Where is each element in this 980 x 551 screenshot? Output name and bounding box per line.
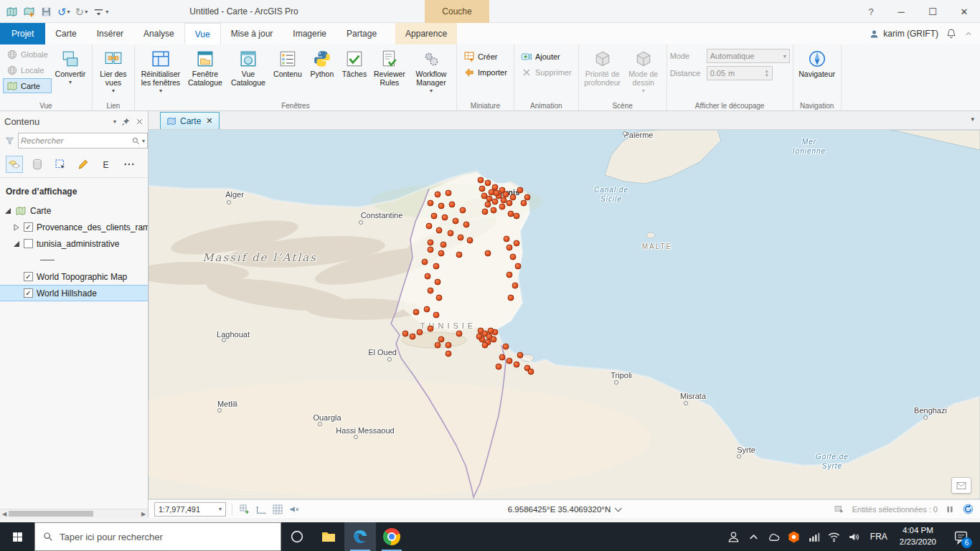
language-indicator[interactable]: FRA <box>867 532 890 542</box>
layer-checkbox[interactable] <box>24 239 33 248</box>
client-point[interactable] <box>413 309 419 315</box>
client-point[interactable] <box>438 250 444 256</box>
collapse-icon[interactable] <box>13 240 20 248</box>
client-point[interactable] <box>503 192 509 197</box>
client-point[interactable] <box>438 203 444 209</box>
client-point[interactable] <box>453 218 458 224</box>
client-point[interactable] <box>507 272 512 278</box>
client-point[interactable] <box>499 204 505 209</box>
ribbon-button-contenu[interactable]: Contenu <box>270 47 306 100</box>
clip-distance-input[interactable]: 0.05m▲▼ <box>707 66 773 80</box>
grid-icon[interactable] <box>272 504 283 515</box>
tab-list-chevron-icon[interactable]: ▾ <box>971 116 974 123</box>
notifications-bell-icon[interactable] <box>946 28 957 39</box>
client-point[interactable] <box>479 186 485 192</box>
layer-row-tunisia-administrative[interactable]: tunisia_administrative <box>0 235 148 252</box>
pause-drawing-icon[interactable] <box>945 504 955 514</box>
client-point[interactable] <box>426 223 432 229</box>
client-point[interactable] <box>458 235 463 240</box>
client-point[interactable] <box>433 263 439 269</box>
wifi-icon[interactable] <box>827 530 841 544</box>
client-point[interactable] <box>507 200 512 206</box>
ribbon-button-python[interactable]: Python <box>306 47 339 100</box>
chrome-button[interactable] <box>376 522 407 551</box>
client-point[interactable] <box>435 279 440 285</box>
client-point[interactable] <box>488 328 494 334</box>
ribbon-button-t-ches[interactable]: Tâches <box>339 47 370 100</box>
client-point[interactable] <box>486 196 492 202</box>
client-point[interactable] <box>482 342 488 348</box>
layer-row-carte[interactable]: Carte <box>0 202 148 219</box>
maximize-button[interactable]: ☐ <box>917 0 948 23</box>
tab-carte[interactable]: Carte ✕ <box>160 112 220 129</box>
user-menu[interactable]: karim (GRIFT) <box>869 29 938 39</box>
ribbon-tab-analyse[interactable]: Analyse <box>133 23 184 44</box>
client-point[interactable] <box>424 306 430 312</box>
client-point[interactable] <box>510 254 516 260</box>
client-point[interactable] <box>456 331 462 336</box>
client-point[interactable] <box>514 213 519 219</box>
ribbon-button-ajouter[interactable]: Ajouter <box>517 49 575 64</box>
client-point[interactable] <box>425 273 430 279</box>
clock[interactable]: 4:04 PM 2/23/2020 <box>897 525 939 547</box>
client-point[interactable] <box>491 336 496 342</box>
client-point[interactable] <box>494 190 499 196</box>
cortana-button[interactable] <box>281 522 313 551</box>
client-point[interactable] <box>524 194 530 200</box>
layer-row-provenance-des-clients-rama[interactable]: ✓Provenance_des_clients_rama <box>0 219 148 235</box>
client-point[interactable] <box>508 211 514 217</box>
ribbon-tab-projet[interactable]: Projet <box>0 23 45 44</box>
client-point[interactable] <box>463 222 469 227</box>
scale-combobox[interactable]: 1:7,977,491 ▾ <box>154 502 226 517</box>
client-point[interactable] <box>438 336 444 342</box>
add-map-button[interactable] <box>22 3 37 20</box>
pin-icon[interactable] <box>121 117 131 126</box>
client-point[interactable] <box>446 342 451 348</box>
toc-more-tab[interactable] <box>121 156 138 173</box>
taskbar-search-input[interactable] <box>60 532 273 542</box>
client-point[interactable] <box>435 192 440 197</box>
client-point[interactable] <box>507 245 512 250</box>
customize-qat-button[interactable]: ▾ <box>91 3 110 20</box>
client-point[interactable] <box>491 207 496 213</box>
client-point[interactable] <box>428 240 433 245</box>
client-point[interactable] <box>517 187 523 193</box>
refresh-map-icon[interactable] <box>962 503 974 515</box>
close-button[interactable]: ✕ <box>948 0 980 23</box>
client-point[interactable] <box>417 329 423 335</box>
ribbon-tab-ins-rer[interactable]: Insérer <box>87 23 133 44</box>
feedback-button[interactable] <box>951 477 971 494</box>
ribbon-button-importer[interactable]: Importer <box>460 65 511 80</box>
ribbon-tab-apparence[interactable]: Apparence <box>395 23 457 44</box>
new-map-button[interactable] <box>4 3 19 20</box>
client-point[interactable] <box>428 247 433 253</box>
cloud-icon[interactable] <box>767 530 781 544</box>
layer-checkbox[interactable]: ✓ <box>24 288 33 298</box>
client-point[interactable] <box>467 237 473 243</box>
client-point[interactable] <box>503 344 509 349</box>
contents-search-input[interactable] <box>21 136 131 145</box>
client-point[interactable] <box>428 288 433 293</box>
client-point[interactable] <box>436 227 442 233</box>
client-point[interactable] <box>433 312 439 318</box>
ribbon-tab-partage[interactable]: Partage <box>336 23 387 44</box>
client-point[interactable] <box>528 369 534 375</box>
client-point[interactable] <box>485 202 491 207</box>
minimize-button[interactable]: ─ <box>885 0 917 23</box>
client-point[interactable] <box>496 364 501 369</box>
client-point[interactable] <box>485 180 491 186</box>
edge-button[interactable] <box>344 522 376 551</box>
client-point[interactable] <box>485 250 491 256</box>
clip-mode-select[interactable]: Automatique▾ <box>707 49 790 63</box>
client-point[interactable] <box>515 263 521 269</box>
action-center-button[interactable]: 6 <box>946 522 976 551</box>
client-point[interactable] <box>446 190 451 196</box>
scrollbar-thumb[interactable] <box>9 511 93 517</box>
ribbon-button-mode-de-dessin[interactable]: Mode de dessin▾ <box>623 47 664 100</box>
expand-icon[interactable] <box>13 224 20 231</box>
start-button[interactable] <box>0 522 34 551</box>
client-point[interactable] <box>410 334 415 339</box>
speaker-icon[interactable] <box>847 530 861 544</box>
client-point[interactable] <box>402 331 408 336</box>
undo-button[interactable]: ↺▾ <box>56 3 72 20</box>
